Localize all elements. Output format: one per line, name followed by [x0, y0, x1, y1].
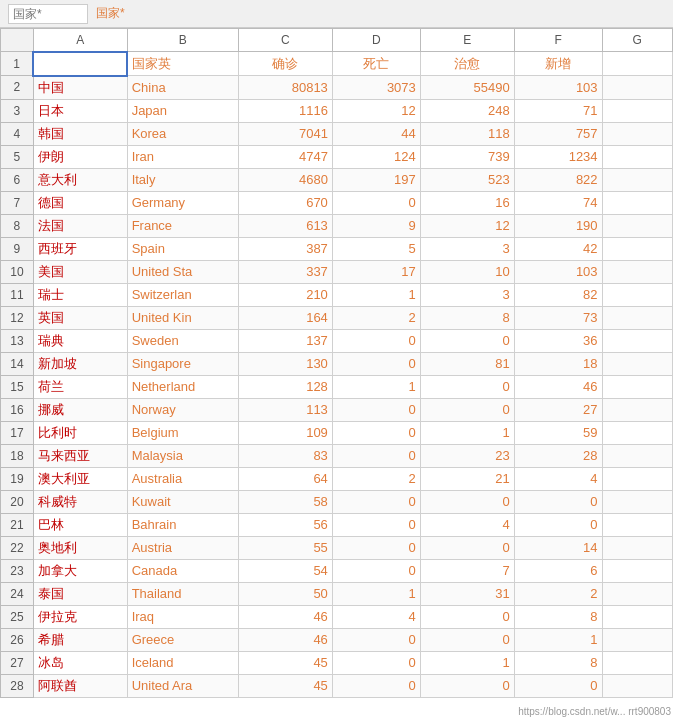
cell-d[interactable]: 197	[332, 168, 420, 191]
cell-en[interactable]: Malaysia	[127, 444, 238, 467]
cell-c[interactable]: 670	[239, 191, 333, 214]
cell-en[interactable]: United Sta	[127, 260, 238, 283]
cell-en[interactable]: Sweden	[127, 329, 238, 352]
col-header-f[interactable]: F	[514, 29, 602, 52]
cell-cn[interactable]: 英国	[33, 306, 127, 329]
cell-c[interactable]: 58	[239, 490, 333, 513]
cell-f[interactable]: 14	[514, 536, 602, 559]
cell-cn[interactable]: 美国	[33, 260, 127, 283]
cell-f[interactable]: 28	[514, 444, 602, 467]
cell-en[interactable]: Iraq	[127, 605, 238, 628]
cell-f[interactable]: 1	[514, 628, 602, 651]
cell-d[interactable]: 0	[332, 651, 420, 674]
cell-cn[interactable]: 德国	[33, 191, 127, 214]
cell-d[interactable]: 124	[332, 145, 420, 168]
cell-cn[interactable]: 希腊	[33, 628, 127, 651]
cell-e[interactable]: 0	[420, 329, 514, 352]
cell-c[interactable]: 54	[239, 559, 333, 582]
cell-d[interactable]: 0	[332, 444, 420, 467]
cell-f[interactable]: 1234	[514, 145, 602, 168]
cell-c[interactable]: 130	[239, 352, 333, 375]
cell-cn[interactable]: 新加坡	[33, 352, 127, 375]
cell-f[interactable]: 4	[514, 467, 602, 490]
cell-e[interactable]: 118	[420, 122, 514, 145]
cell-f[interactable]: 27	[514, 398, 602, 421]
cell-cn[interactable]: 澳大利亚	[33, 467, 127, 490]
cell-d[interactable]: 3073	[332, 76, 420, 100]
cell-en[interactable]: Iran	[127, 145, 238, 168]
cell-e[interactable]: 31	[420, 582, 514, 605]
cell-c[interactable]: 56	[239, 513, 333, 536]
cell-cn[interactable]: 马来西亚	[33, 444, 127, 467]
cell-cn[interactable]: 巴林	[33, 513, 127, 536]
cell-e[interactable]: 0	[420, 375, 514, 398]
cell-d[interactable]: 12	[332, 99, 420, 122]
cell-e[interactable]: 7	[420, 559, 514, 582]
cell-f[interactable]: 757	[514, 122, 602, 145]
cell-e[interactable]: 10	[420, 260, 514, 283]
header-f[interactable]: 新增	[514, 52, 602, 76]
col-header-d[interactable]: D	[332, 29, 420, 52]
cell-cn[interactable]: 泰国	[33, 582, 127, 605]
cell-en[interactable]: Italy	[127, 168, 238, 191]
cell-en[interactable]: Bahrain	[127, 513, 238, 536]
cell-f[interactable]: 190	[514, 214, 602, 237]
cell-cn[interactable]: 瑞士	[33, 283, 127, 306]
header-en[interactable]: 国家英	[127, 52, 238, 76]
cell-f[interactable]: 36	[514, 329, 602, 352]
cell-f[interactable]: 6	[514, 559, 602, 582]
cell-cn[interactable]: 加拿大	[33, 559, 127, 582]
cell-f[interactable]: 73	[514, 306, 602, 329]
cell-d[interactable]: 0	[332, 329, 420, 352]
cell-en[interactable]: Greece	[127, 628, 238, 651]
col-header-b[interactable]: B	[127, 29, 238, 52]
col-header-a[interactable]: A	[33, 29, 127, 52]
cell-e[interactable]: 3	[420, 237, 514, 260]
cell-c[interactable]: 109	[239, 421, 333, 444]
cell-en[interactable]: Norway	[127, 398, 238, 421]
cell-f[interactable]: 0	[514, 513, 602, 536]
cell-e[interactable]: 0	[420, 628, 514, 651]
cell-c[interactable]: 113	[239, 398, 333, 421]
cell-d[interactable]: 0	[332, 559, 420, 582]
cell-c[interactable]: 164	[239, 306, 333, 329]
cell-f[interactable]: 42	[514, 237, 602, 260]
cell-d[interactable]: 4	[332, 605, 420, 628]
search-input[interactable]	[8, 4, 88, 24]
cell-c[interactable]: 55	[239, 536, 333, 559]
cell-e[interactable]: 0	[420, 674, 514, 697]
cell-d[interactable]: 0	[332, 513, 420, 536]
cell-c[interactable]: 45	[239, 651, 333, 674]
header-d[interactable]: 死亡	[332, 52, 420, 76]
cell-f[interactable]: 71	[514, 99, 602, 122]
cell-cn[interactable]: 西班牙	[33, 237, 127, 260]
cell-d[interactable]: 0	[332, 536, 420, 559]
cell-c[interactable]: 4747	[239, 145, 333, 168]
cell-c[interactable]: 137	[239, 329, 333, 352]
cell-cn[interactable]: 挪威	[33, 398, 127, 421]
header-cn[interactable]: 国家中	[33, 52, 127, 76]
cell-d[interactable]: 0	[332, 352, 420, 375]
cell-f[interactable]: 8	[514, 605, 602, 628]
cell-c[interactable]: 46	[239, 605, 333, 628]
cell-d[interactable]: 2	[332, 306, 420, 329]
cell-e[interactable]: 1	[420, 421, 514, 444]
cell-f[interactable]: 103	[514, 76, 602, 100]
cell-cn[interactable]: 冰岛	[33, 651, 127, 674]
cell-cn[interactable]: 中国	[33, 76, 127, 100]
cell-en[interactable]: United Kin	[127, 306, 238, 329]
cell-d[interactable]: 0	[332, 421, 420, 444]
cell-d[interactable]: 1	[332, 582, 420, 605]
cell-en[interactable]: Korea	[127, 122, 238, 145]
cell-e[interactable]: 23	[420, 444, 514, 467]
col-header-g[interactable]: G	[602, 29, 672, 52]
cell-en[interactable]: Belgium	[127, 421, 238, 444]
cell-c[interactable]: 387	[239, 237, 333, 260]
cell-c[interactable]: 64	[239, 467, 333, 490]
cell-en[interactable]: United Ara	[127, 674, 238, 697]
cell-c[interactable]: 45	[239, 674, 333, 697]
cell-cn[interactable]: 瑞典	[33, 329, 127, 352]
cell-cn[interactable]: 阿联酋	[33, 674, 127, 697]
cell-d[interactable]: 17	[332, 260, 420, 283]
cell-cn[interactable]: 伊朗	[33, 145, 127, 168]
